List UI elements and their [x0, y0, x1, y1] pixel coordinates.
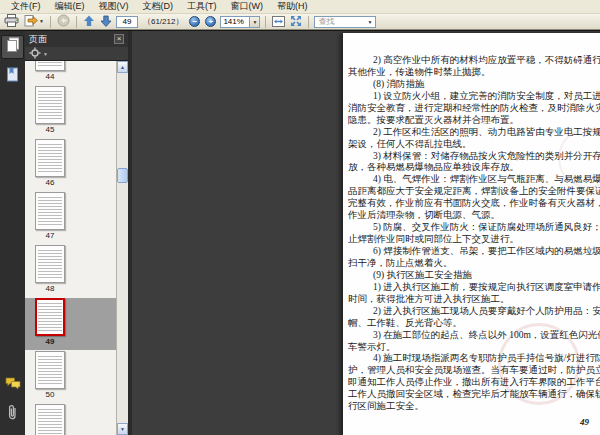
scrollbar-thumb[interactable] — [117, 168, 128, 183]
toolbar-separator — [265, 16, 266, 28]
document-pane[interactable]: 2) 高空作业中所有的材料均应放置平稳，不得妨碍通行和其他作业，传递物件时禁止抛… — [132, 31, 600, 435]
page-count-label: （61/212） — [141, 16, 185, 27]
bookmarks-panel-tab[interactable] — [1, 64, 24, 88]
zoom-level-input[interactable] — [220, 16, 250, 28]
thumbnail-page-number: 45 — [35, 124, 65, 136]
page-up-icon — [83, 13, 95, 31]
next-page-button[interactable] — [99, 15, 113, 29]
thumbnail-content — [38, 302, 62, 332]
toolbar-separator — [50, 16, 51, 28]
text-line: 扫干净，防止点燃着火。 — [348, 258, 600, 270]
document-page: 2) 高空作业中所有的材料均应放置平稳，不得妨碍通行和其他作业，传递物件时禁止抛… — [343, 33, 600, 435]
fit-width-button[interactable] — [271, 15, 286, 29]
scroll-up-icon[interactable]: ▲ — [117, 61, 128, 73]
zoom-level-combo[interactable]: ▼ — [220, 16, 260, 28]
page-thumbnail[interactable]: 44 — [25, 61, 116, 85]
thumbnail-content — [38, 196, 62, 226]
options-caret-icon[interactable]: ▼ — [43, 51, 48, 57]
zoom-out-icon: − — [189, 16, 200, 27]
scroll-down-icon[interactable]: ▼ — [117, 423, 128, 435]
find-caret-icon[interactable]: ▼ — [367, 19, 372, 25]
text-line: 6) 焊接制作管道支、吊架，要把工作区域内的易燃垃圾清 — [348, 246, 600, 258]
thumbnail-image[interactable] — [35, 298, 65, 336]
page-number-input[interactable] — [116, 16, 138, 28]
panel-close-button[interactable]: × — [114, 34, 124, 44]
thumbnail-page-number: 47 — [35, 230, 65, 242]
text-line: 其他作业，传递物件时禁止抛掷。 — [348, 67, 600, 79]
print-button[interactable] — [3, 15, 20, 29]
bookmarks-icon — [6, 67, 19, 86]
text-line: 完整有效，作业前应有书面防火交底，作业时备有灭火器材， — [348, 198, 600, 210]
page-thumbnail[interactable]: 45 — [25, 86, 116, 138]
text-line: 消防安全教育，进行定期和经常性的防火检查，及时消除火灾 — [348, 103, 600, 115]
page-thumbnail[interactable]: 50 — [25, 351, 116, 403]
text-line: 放，各种易燃易爆物品应单独设库存放。 — [348, 162, 600, 174]
menu-item[interactable]: 工具(T) — [180, 0, 224, 13]
thumbnail-image[interactable] — [35, 61, 65, 71]
thumbnail-page-number: 44 — [35, 71, 65, 83]
export-caret-icon[interactable]: ▼ — [38, 19, 44, 24]
text-line: 即通知工作人员停止作业，撤出所有进入行车界限的工作平台， — [348, 377, 600, 389]
menu-item[interactable]: 文件(F) — [4, 0, 48, 13]
thumbnail-list[interactable]: ▲ ▼ 4445464748495051 — [25, 61, 128, 435]
page-thumbnail[interactable]: 47 — [25, 192, 116, 244]
pages-panel-title: 页面 — [29, 33, 114, 46]
text-line: 止焊割作业同时或同部位上下交叉进行。 — [348, 234, 600, 246]
text-line: 5) 防腐、交叉作业防火：保证防腐处理场所通风良好；禁 — [348, 222, 600, 234]
previous-view-icon — [57, 13, 70, 31]
fit-page-button[interactable] — [289, 15, 303, 29]
menu-item[interactable]: 视图(V) — [92, 0, 136, 13]
page-thumbnail[interactable]: 49 — [25, 298, 116, 350]
panel-scrollbar[interactable]: ▲ ▼ — [116, 61, 128, 435]
text-line: 1) 进入执行区施工前，要按规定向执行区调度室申请作业 — [348, 282, 600, 294]
page-number-footer: 49 — [580, 417, 589, 427]
text-line: 3) 材料保管：对储存物品按火灾危险性的类别并分开存 — [348, 151, 600, 163]
thumbnail-page-number: 48 — [35, 283, 65, 295]
thumbnail-image[interactable] — [35, 351, 65, 389]
menu-item[interactable]: 文档(D) — [136, 0, 181, 13]
pages-icon — [6, 37, 20, 57]
zoom-out-button[interactable]: − — [188, 15, 201, 29]
text-line: 护，管理人员和安全员现场巡查。当有车要通过时，防护员立 — [348, 365, 600, 377]
export-icon — [24, 13, 38, 31]
scrollbar-track[interactable] — [117, 73, 128, 423]
thumbnail-image[interactable] — [35, 86, 65, 124]
page-text: 2) 高空作业中所有的材料均应放置平稳，不得妨碍通行和其他作业，传递物件时禁止抛… — [348, 55, 600, 413]
page-thumbnail[interactable]: 48 — [25, 245, 116, 297]
text-line: (9) 执行区施工安全措施 — [348, 270, 600, 282]
text-line: 行区间施工安全。 — [348, 401, 600, 413]
print-icon — [4, 13, 19, 31]
page-thumbnail[interactable]: 46 — [25, 139, 116, 191]
options-gear-icon[interactable] — [29, 45, 41, 63]
menu-item[interactable]: 编辑(E) — [48, 0, 92, 13]
text-line: 时间，获得批准方可进入执行区施工。 — [348, 294, 600, 306]
text-line: 架设，任何人不得乱拉电线。 — [348, 139, 600, 151]
text-line: 4) 施工时现场指派两名专职防护员手持信号旗/灯进行防 — [348, 353, 600, 365]
page-down-icon — [100, 13, 112, 31]
thumbnail-image[interactable] — [35, 192, 65, 230]
thumbnail-image[interactable] — [35, 404, 65, 435]
pages-panel-tab[interactable] — [1, 35, 24, 59]
comments-panel-tab[interactable] — [1, 373, 24, 397]
thumbnail-image[interactable] — [35, 139, 65, 177]
thumbnail-page-number: 46 — [35, 177, 65, 189]
menu-item[interactable]: 窗口(W) — [224, 0, 271, 13]
fit-page-icon — [290, 13, 302, 31]
page-thumbnail[interactable]: 51 — [25, 404, 116, 435]
export-button[interactable]: ▼ — [23, 15, 45, 29]
attachments-panel-tab[interactable] — [1, 402, 24, 426]
find-combo[interactable]: ▼ — [314, 16, 372, 28]
thumbnail-image[interactable] — [35, 245, 65, 283]
zoom-in-button[interactable]: + — [204, 15, 217, 29]
previous-page-button[interactable] — [82, 15, 96, 29]
menu-item[interactable]: 帮助(H) — [270, 0, 315, 13]
thumbnail-content — [38, 408, 62, 435]
text-line: 4) 电、气焊作业：焊割作业区与气瓶距离、与易燃易爆物 — [348, 174, 600, 186]
zoom-in-icon: + — [205, 16, 216, 27]
pages-panel: 页面 × ▼ ▲ ▼ 4445464748495051 — [25, 31, 128, 435]
text-line: 作业后清理杂物，切断电源、气源。 — [348, 210, 600, 222]
main-area: 页面 × ▼ ▲ ▼ 4445464748495051 2) 高空作业中所有的材… — [0, 30, 600, 435]
text-line: 品距离都应大于安全规定距离，焊割设备上的安全附件要保证 — [348, 186, 600, 198]
zoom-caret-icon[interactable]: ▼ — [250, 16, 260, 28]
panel-options-bar[interactable]: ▼ — [25, 47, 128, 61]
